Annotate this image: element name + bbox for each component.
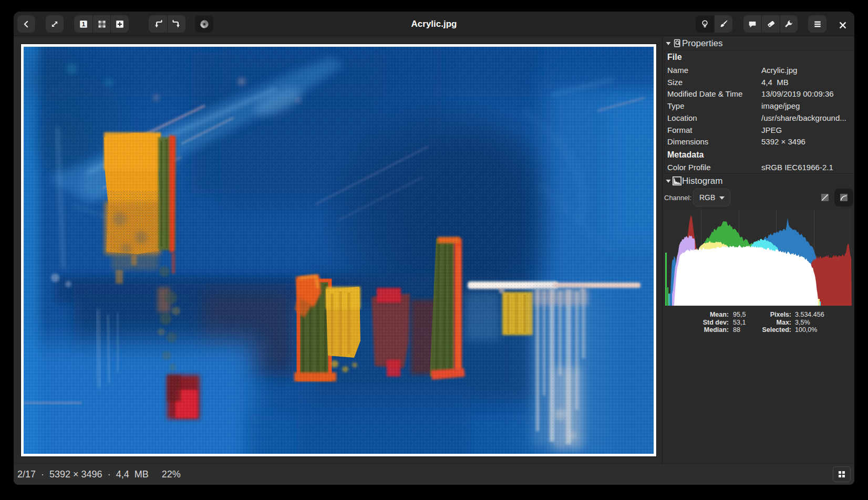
svg-text:1: 1 bbox=[81, 21, 85, 27]
